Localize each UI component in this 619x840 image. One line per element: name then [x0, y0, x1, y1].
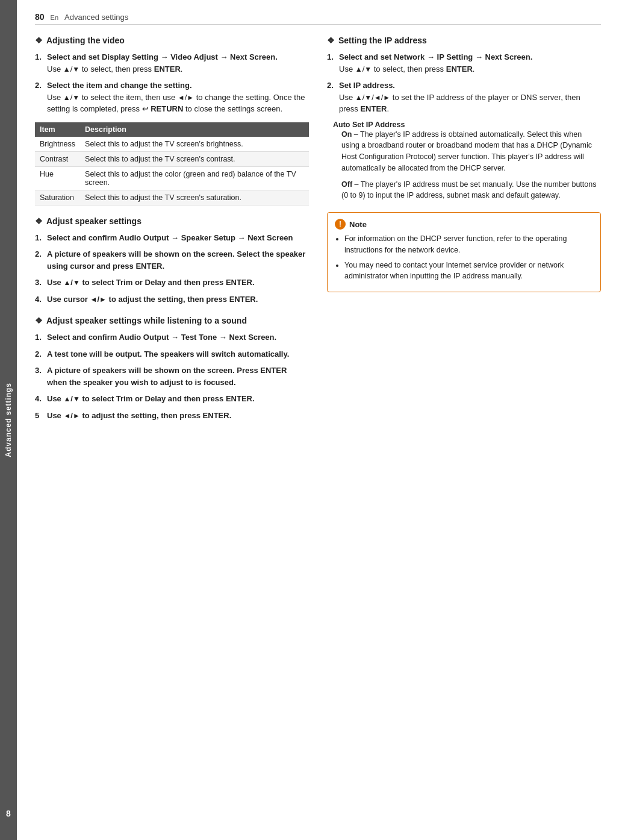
step-content: Use ▲/▼ to select Trim or Delay and then…	[47, 277, 309, 289]
step-num: 2.	[35, 248, 47, 272]
auto-set-ip-on: On – The player's IP address is obtained…	[341, 129, 601, 202]
adjust-video-title: Adjusting the video	[46, 36, 125, 45]
section-title-adjust-video: ❖ Adjusting the video	[35, 36, 309, 45]
auto-set-ip-bullet: Auto Set IP Address On – The player's IP…	[333, 120, 601, 202]
diamond-icon: ❖	[35, 36, 43, 45]
step-content: A picture of speakers will be shown on t…	[47, 365, 309, 388]
right-column: ❖ Setting the IP address 1. Select and s…	[327, 36, 601, 822]
speaker-listen-title: Adjust speaker settings while listening …	[46, 316, 247, 325]
table-row: Brightness Select this to adjust the TV …	[35, 137, 309, 152]
page-header: 80 En Advanced settings	[35, 12, 601, 25]
step-content: Set IP address. Use ▲/▼/◄/► to set the I…	[339, 80, 601, 115]
step-num: 2.	[35, 80, 47, 115]
auto-set-ip-title: Auto Set IP Address	[333, 121, 405, 129]
section-adjust-video: ❖ Adjusting the video 1. Select and set …	[35, 36, 309, 205]
ip-step-1: 1. Select and set Network → IP Setting →…	[327, 51, 601, 75]
step-content: Use cursor ◄/► to adjust the setting, th…	[47, 293, 309, 306]
step-content: Select and set Network → IP Setting → Ne…	[339, 51, 601, 75]
table-cell-desc: Select this to adjust the TV screen's br…	[80, 137, 309, 152]
step-num: 2.	[327, 80, 339, 115]
step-content: Use ◄/► to adjust the setting, then pres…	[47, 410, 309, 422]
video-step-1: 1. Select and set Display Setting → Vide…	[35, 51, 309, 75]
table-header-description: Description	[80, 122, 309, 137]
step-num: 1.	[35, 51, 47, 75]
section-speaker-settings: ❖ Adjust speaker settings 1. Select and …	[35, 216, 309, 306]
diamond-icon: ❖	[35, 316, 43, 325]
left-column: ❖ Adjusting the video 1. Select and set …	[35, 36, 309, 822]
section-speaker-listen: ❖ Adjust speaker settings while listenin…	[35, 316, 309, 421]
note-list: For information on the DHCP server funct…	[335, 233, 593, 282]
page-lang: En	[51, 14, 58, 21]
step-content: Select and confirm Audio Output → Speake…	[47, 232, 309, 244]
note-box: ! Note For information on the DHCP serve…	[327, 212, 601, 292]
table-cell-item: Hue	[35, 166, 80, 190]
step-num: 3.	[35, 277, 47, 289]
video-settings-table: Item Description Brightness Select this …	[35, 122, 309, 205]
table-cell-item: Brightness	[35, 137, 80, 152]
step-content: A test tone will be output. The speakers…	[47, 348, 309, 360]
listen-step-3: 3. A picture of speakers will be shown o…	[35, 365, 309, 388]
speaker-step-4: 4. Use cursor ◄/► to adjust the setting,…	[35, 293, 309, 306]
step-content: Select and confirm Audio Output → Test T…	[47, 331, 309, 343]
page-wrapper: Advanced settings 8 80 En Advanced setti…	[0, 0, 619, 840]
note-header: ! Note	[335, 219, 593, 230]
note-title: Note	[349, 220, 367, 229]
note-item: For information on the DHCP server funct…	[344, 233, 593, 256]
two-column-layout: ❖ Adjusting the video 1. Select and set …	[35, 36, 601, 822]
table-cell-desc: Select this to adjust the TV screen's sa…	[80, 190, 309, 205]
table-cell-desc: Select this to adjust the TV screen's co…	[80, 151, 309, 166]
diamond-icon: ❖	[327, 36, 335, 45]
table-row: Contrast Select this to adjust the TV sc…	[35, 151, 309, 166]
step-num: 1.	[327, 51, 339, 75]
listen-step-1: 1. Select and confirm Audio Output → Tes…	[35, 331, 309, 343]
table-row: Saturation Select this to adjust the TV …	[35, 190, 309, 205]
section-title-ip: ❖ Setting the IP address	[327, 36, 601, 45]
table-header-item: Item	[35, 122, 80, 137]
step-num: 5	[35, 410, 47, 422]
diamond-icon: ❖	[35, 216, 43, 226]
speaker-step-2: 2. A picture of speakers will be shown o…	[35, 248, 309, 272]
step-num: 1.	[35, 232, 47, 244]
listen-step-5: 5 Use ◄/► to adjust the setting, then pr…	[35, 410, 309, 422]
step-num: 3.	[35, 365, 47, 388]
video-step-2: 2. Select the item and change the settin…	[35, 80, 309, 115]
listen-step-4: 4. Use ▲/▼ to select Trim or Delay and t…	[35, 393, 309, 405]
step-content: A picture of speakers will be shown on t…	[47, 248, 309, 272]
table-cell-desc: Select this to adjust the color (green a…	[80, 166, 309, 190]
step-num: 4.	[35, 393, 47, 405]
step-content: Select and set Display Setting → Video A…	[47, 51, 309, 75]
speaker-title: Adjust speaker settings	[46, 216, 142, 226]
table-cell-item: Saturation	[35, 190, 80, 205]
page-number: 80	[35, 12, 45, 22]
section-title-speaker-listen: ❖ Adjust speaker settings while listenin…	[35, 316, 309, 325]
side-tab-number: 8	[0, 805, 17, 822]
side-tab-label: Advanced settings	[4, 383, 13, 457]
main-content: 80 En Advanced settings ❖ Adjusting the …	[17, 0, 619, 840]
ip-step-2: 2. Set IP address. Use ▲/▼/◄/► to set th…	[327, 80, 601, 115]
speaker-step-3: 3. Use ▲/▼ to select Trim or Delay and t…	[35, 277, 309, 289]
side-tab: Advanced settings 8	[0, 0, 17, 840]
ip-title: Setting the IP address	[338, 36, 427, 45]
step-content: Use ▲/▼ to select Trim or Delay and then…	[47, 393, 309, 405]
section-title-speaker: ❖ Adjust speaker settings	[35, 216, 309, 226]
listen-step-2: 2. A test tone will be output. The speak…	[35, 348, 309, 360]
step-num: 1.	[35, 331, 47, 343]
speaker-step-1: 1. Select and confirm Audio Output → Spe…	[35, 232, 309, 244]
table-row: Hue Select this to adjust the color (gre…	[35, 166, 309, 190]
page-title-header: Advanced settings	[64, 13, 128, 22]
step-num: 2.	[35, 348, 47, 360]
note-icon: !	[335, 219, 346, 230]
table-cell-item: Contrast	[35, 151, 80, 166]
step-content: Select the item and change the setting. …	[47, 80, 309, 115]
step-num: 4.	[35, 293, 47, 306]
section-ip-address: ❖ Setting the IP address 1. Select and s…	[327, 36, 601, 201]
note-item: You may need to contact your Internet se…	[344, 260, 593, 283]
